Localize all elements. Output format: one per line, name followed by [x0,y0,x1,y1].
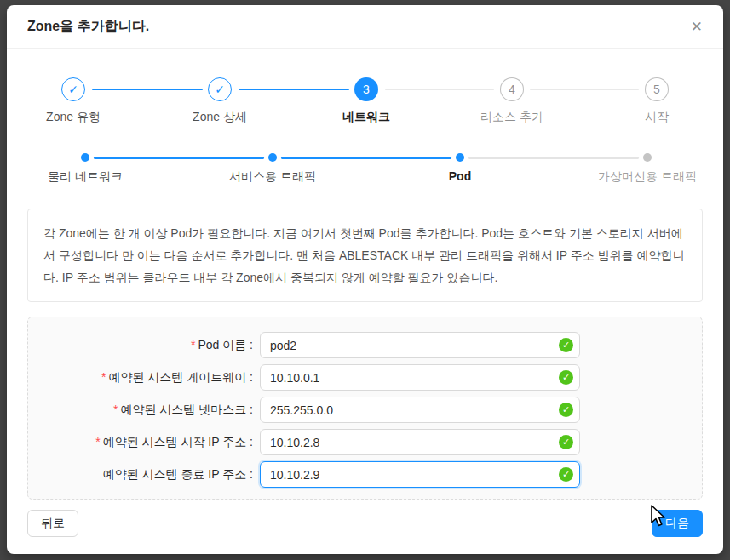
field-label: *예약된 시스템 시작 IP 주소 : [28,435,258,450]
pod-description: 각 Zone에는 한 개 이상 Pod가 필요합니다. 지금 여기서 첫번째 P… [27,209,703,302]
step-label-launch: 시작 [645,110,669,125]
substep-connector [281,157,451,159]
valid-check-icon: ✓ [559,435,573,449]
end-ip-input[interactable] [260,461,580,488]
substep-label-service-traffic: 서비스용 트래픽 [229,169,316,185]
form-row-start-ip: *예약된 시스템 시작 IP 주소 : ✓ [28,429,702,455]
substep-label-vm-traffic: 가상머신용 트래픽 [598,169,697,185]
field-label-text: 예약된 시스템 넷마스크 : [120,403,253,416]
modal-footer: 뒤로 다음 [7,510,723,537]
input-wrap: ✓ [260,332,580,358]
field-label-text: 예약된 시스템 시작 IP 주소 : [103,435,253,449]
form-row-end-ip: 예약된 시스템 종료 IP 주소 : ✓ [28,461,702,488]
close-icon[interactable]: ✕ [691,20,703,34]
step-label-zone-type: Zone 유형 [46,110,101,125]
form-row-reserved-netmask: *예약된 시스템 넷마스크 : ✓ [28,397,702,423]
add-zone-modal: Zone을 추가합니다. ✕ ✓ ✓ 3 4 5 Zone 유형 Zone 상세… [7,5,723,554]
step-number-icon: 3 [354,77,378,101]
step-number-icon: 5 [645,77,669,101]
step-number: 3 [363,83,370,96]
step-connector [385,89,494,90]
step-connector [92,89,203,90]
required-marker: * [191,338,195,351]
screen: { "colors": { "primary_blue": "#1890ff",… [0,0,730,560]
modal-header: Zone을 추가합니다. ✕ [7,5,723,49]
substep-dot-pod [456,153,464,162]
modal-body: ✓ ✓ 3 4 5 Zone 유형 Zone 상세 네트워크 리소스 추가 시작… [7,77,723,500]
reserved-netmask-input[interactable] [260,397,580,423]
step-number-icon: 4 [500,77,524,101]
step-connector [239,89,349,90]
step-check-icon: ✓ [61,77,85,101]
substep-label-pod: Pod [449,169,471,183]
field-label-text: 예약된 시스템 종료 IP 주소 : [103,467,253,481]
form-row-pod-name: *Pod 이름 : ✓ [28,332,702,358]
field-label-text: 예약된 시스템 게이트웨이 : [108,370,253,384]
back-button[interactable]: 뒤로 [27,510,78,537]
check-icon: ✓ [215,83,225,96]
network-substeps: 물리 네트워크 서비스용 트래픽 Pod 가상머신용 트래픽 [27,142,703,186]
substep-connector [94,157,264,159]
required-marker: * [95,435,100,449]
step-label-add-resource: 리소스 추가 [480,110,543,125]
valid-check-icon: ✓ [559,403,573,417]
required-marker: * [101,370,106,384]
input-wrap: ✓ [260,397,580,423]
step-check-icon: ✓ [208,77,232,101]
substep-dot-service-traffic [268,153,277,162]
pod-form: *Pod 이름 : ✓ *예약된 시스템 게이트웨이 : ✓ *예약된 시스템 … [27,317,703,500]
check-icon: ✓ [68,83,78,96]
pod-name-input[interactable] [260,332,580,358]
valid-check-icon: ✓ [559,338,573,352]
reserved-gateway-input[interactable] [260,364,580,391]
input-wrap: ✓ [260,364,580,391]
start-ip-input[interactable] [260,429,580,455]
field-label: *Pod 이름 : [28,338,258,353]
valid-check-icon: ✓ [559,370,573,385]
valid-check-icon: ✓ [559,467,573,482]
required-marker: * [113,403,118,416]
step-label-network: 네트워크 [342,110,390,125]
input-wrap: ✓ [260,461,580,488]
next-button[interactable]: 다음 [652,510,703,537]
step-connector [530,89,639,90]
substep-label-physical-network: 물리 네트워크 [48,169,123,185]
substep-dot-vm-traffic [643,153,652,162]
field-label: *예약된 시스템 넷마스크 : [28,403,258,418]
form-row-reserved-gateway: *예약된 시스템 게이트웨이 : ✓ [28,364,702,391]
substep-connector [468,157,639,159]
input-wrap: ✓ [260,429,580,455]
field-label-text: Pod 이름 : [198,338,253,351]
wizard-steps: ✓ ✓ 3 4 5 Zone 유형 Zone 상세 네트워크 리소스 추가 시작 [27,77,703,125]
step-number: 5 [653,83,660,96]
field-label: *예약된 시스템 게이트웨이 : [28,370,258,386]
field-label: 예약된 시스템 종료 IP 주소 : [28,467,258,483]
step-number: 4 [509,83,515,96]
step-label-zone-detail: Zone 상세 [193,110,247,125]
substep-dot-physical-network [81,153,89,162]
modal-title: Zone을 추가합니다. [27,18,149,36]
